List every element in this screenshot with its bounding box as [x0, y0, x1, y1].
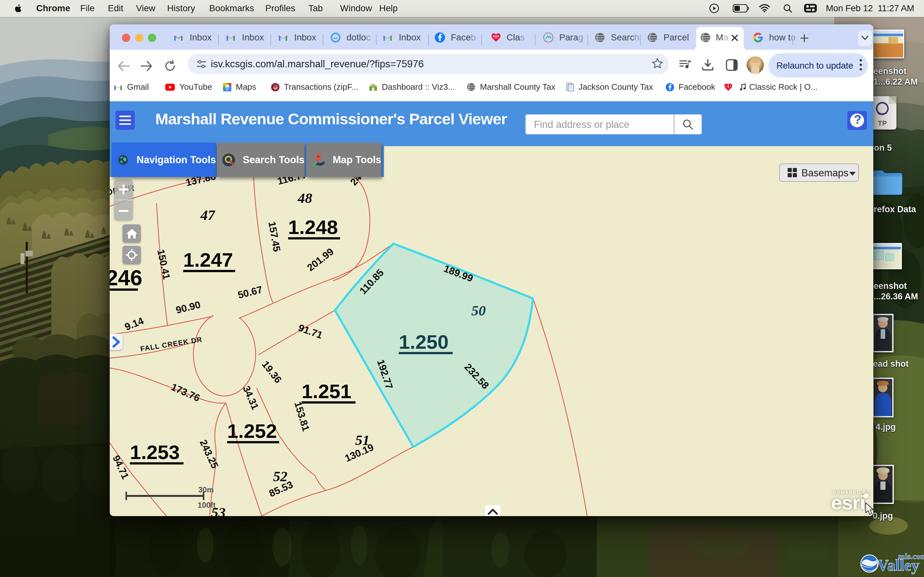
svg-text:34.31: 34.31 [241, 384, 261, 411]
svg-text:1.251: 1.251 [302, 380, 351, 402]
svg-text:153.81: 153.81 [292, 400, 312, 432]
svg-text:246: 246 [110, 266, 142, 290]
svg-text:91.71: 91.71 [297, 322, 324, 341]
svg-text:201.99: 201.99 [305, 246, 336, 274]
svg-text:47: 47 [200, 207, 216, 223]
svg-text:94.71: 94.71 [110, 454, 131, 481]
svg-text:1.252: 1.252 [227, 420, 277, 442]
svg-text:243.25: 243.25 [198, 438, 221, 470]
svg-text:150.41: 150.41 [155, 248, 172, 280]
svg-text:48: 48 [297, 190, 312, 206]
svg-text:1.253: 1.253 [130, 441, 180, 463]
svg-text:19.36: 19.36 [260, 359, 284, 385]
svg-text:1.248: 1.248 [288, 216, 338, 238]
svg-text:157.45: 157.45 [266, 221, 283, 252]
svg-text:mls.com: mls.com [898, 552, 924, 561]
svg-text:1.247: 1.247 [183, 249, 233, 271]
svg-text:173.76: 173.76 [170, 381, 202, 404]
svg-text:90.90: 90.90 [175, 299, 202, 316]
svg-text:50.67: 50.67 [237, 284, 264, 301]
svg-text:50: 50 [471, 303, 486, 319]
svg-text:1.250: 1.250 [399, 331, 449, 353]
